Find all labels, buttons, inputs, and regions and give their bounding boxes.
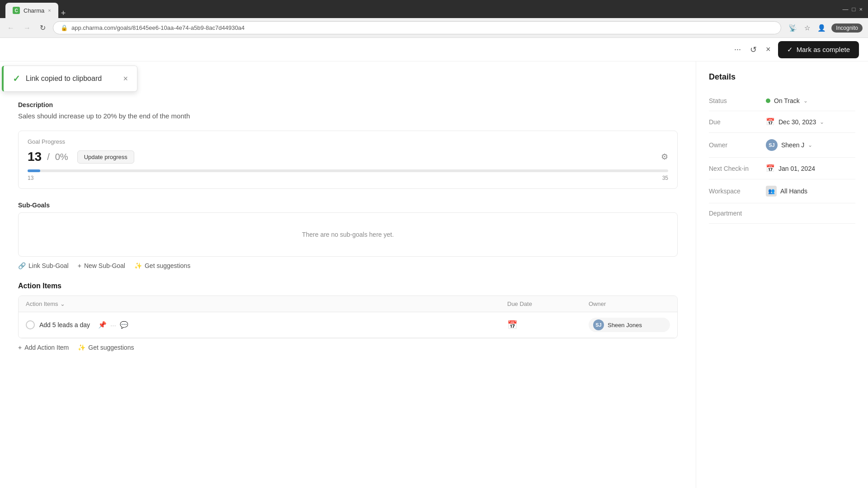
tab-close-btn[interactable]: × [48,8,51,13]
next-checkin-label: Next Check-in [709,165,759,172]
next-checkin-row: Next Check-in 📅 Jan 01, 2024 [709,158,855,179]
get-suggestions-action-btn[interactable]: ✨ Get suggestions [78,344,134,351]
sub-goals-empty: There are no sub-goals here yet. [18,212,678,257]
main-layout: ⚡ Sales Description Sales should increas… [0,61,868,488]
progress-separator: / [47,152,50,162]
more-options-btn[interactable]: ··· [732,43,743,56]
maximize-btn[interactable]: □ [852,6,856,13]
get-suggestions-sub-btn[interactable]: ✨ Get suggestions [134,262,190,269]
workspace-row: Workspace 👥 All Hands [709,179,855,203]
new-sub-goal-label: New Sub-Goal [84,262,125,269]
reload-btn[interactable]: ↻ [38,22,47,34]
browser-actions: 📡 ☆ 👤 Incognito [787,22,863,34]
department-row: Department [709,203,855,224]
status-dot [766,99,770,103]
workspace-label: Workspace [709,188,759,195]
toast-message: Link copied to clipboard [26,75,102,83]
close-panel-btn[interactable]: × [764,43,773,56]
action-item-name: Add 5 leads a day [39,321,90,328]
plus-icon: + [78,262,81,269]
checkin-calendar-icon: 📅 [766,164,775,173]
owner-row: Owner SJ Sheen J ⌄ [709,133,855,158]
new-sub-goal-btn[interactable]: + New Sub-Goal [78,262,125,269]
action-due-date[interactable]: 📅 [507,320,589,330]
toast-check-icon: ✓ [13,73,20,84]
goal-progress-title: Goal Progress [28,138,668,145]
owner-name-text: Sheen J [781,141,804,149]
due-date-text: Dec 30, 2023 [778,118,816,126]
next-checkin-text: Jan 01, 2024 [778,165,815,172]
progress-percent: 0% [55,152,68,162]
owner-chevron-icon: ⌄ [808,142,812,148]
top-toolbar: ··· ↺ × ✓ Mark as complete [0,38,868,61]
action-check-btn[interactable] [26,320,35,329]
bookmark-btn[interactable]: ☆ [802,22,812,34]
history-btn[interactable]: ↺ [748,43,759,56]
progress-current: 13 [28,150,42,164]
back-btn[interactable]: ← [5,22,16,34]
add-action-btn[interactable]: + Add Action Item [18,344,69,351]
owner-avatar: SJ [593,319,604,330]
calendar-icon: 📅 [766,117,775,126]
status-label: Status [709,97,759,104]
link-icon: 🔗 [18,262,26,269]
address-bar-row: ← → ↻ 🔒 app.charma.com/goals/81645ee6-10… [0,18,868,38]
empty-message: There are no sub-goals here yet. [302,231,394,238]
owner-badge[interactable]: SJ Sheen Jones [589,318,670,332]
action-item-tools: 📌 ··· 💬 [98,321,128,329]
due-label: Due [709,118,759,126]
progress-bar-container [28,169,668,172]
workspace-value[interactable]: 👥 All Hands [766,186,807,197]
minimize-btn[interactable]: — [843,6,849,13]
col-due-date: Due Date [507,300,589,307]
next-checkin-value[interactable]: 📅 Jan 01, 2024 [766,164,815,173]
sidebar: Details Status On Track ⌄ Due 📅 Dec 30, … [696,61,868,488]
toast-close-btn[interactable]: × [123,74,128,84]
details-title: Details [709,72,855,82]
status-chevron-icon: ⌄ [803,98,808,104]
action-table: Action Items ⌄ Due Date Owner Add 5 lead… [18,296,678,338]
pin-btn[interactable]: 📌 [98,321,107,329]
sub-goals-actions: 🔗 Link Sub-Goal + New Sub-Goal ✨ Get sug… [18,262,678,269]
mark-complete-label: Mark as complete [797,46,850,53]
mark-complete-btn[interactable]: ✓ Mark as complete [778,41,859,58]
cast-btn[interactable]: 📡 [787,22,799,34]
suggestions-action-label: Get suggestions [88,344,134,351]
col-items: Action Items ⌄ [26,300,507,307]
tab-title: Charma [24,7,44,14]
action-item-left: Add 5 leads a day 📌 ··· 💬 [26,320,507,329]
browser-tabs: C Charma × + [5,0,66,18]
close-window-btn[interactable]: × [859,6,863,13]
tab-favicon: C [13,7,20,14]
department-label: Department [709,210,759,217]
toolbar-actions: ··· ↺ × ✓ Mark as complete [732,41,859,58]
description-label: Description [18,101,678,108]
new-tab-btn[interactable]: + [61,9,66,18]
sub-goals-label: Sub-Goals [18,202,678,209]
date-picker-btn[interactable]: 📅 [507,320,517,330]
owner-label: Owner [709,141,759,149]
update-progress-btn[interactable]: Update progress [77,150,134,164]
forward-btn[interactable]: → [22,22,33,34]
comment-btn[interactable]: 💬 [120,321,128,329]
incognito-label: Incognito [831,23,863,33]
description-text: Sales should increase up to 20% by the e… [18,112,678,120]
active-tab[interactable]: C Charma × [5,3,58,18]
address-bar[interactable]: 🔒 app.charma.com/goals/81645ee6-10aa-4e7… [53,21,781,34]
status-value[interactable]: On Track ⌄ [766,97,808,104]
sort-chevron-icon: ⌄ [60,300,65,307]
avatar: SJ [766,139,778,151]
link-sub-goal-btn[interactable]: 🔗 Link Sub-Goal [18,262,69,269]
progress-values: 13 / 0% Update progress ⚙ [28,150,668,164]
range-start: 13 [28,175,33,181]
due-value[interactable]: 📅 Dec 30, 2023 ⌄ [766,117,824,126]
status-row: Status On Track ⌄ [709,91,855,111]
suggestions-label: Get suggestions [145,262,190,269]
more-btn[interactable]: ··· [110,321,116,329]
action-items-footer: + Add Action Item ✨ Get suggestions [18,344,678,351]
goal-progress-card: Goal Progress 13 / 0% Update progress ⚙ … [18,131,678,189]
profile-btn[interactable]: 👤 [816,22,828,34]
status-text: On Track [774,97,800,104]
owner-value[interactable]: SJ Sheen J ⌄ [766,139,812,151]
progress-settings-btn[interactable]: ⚙ [661,152,668,162]
